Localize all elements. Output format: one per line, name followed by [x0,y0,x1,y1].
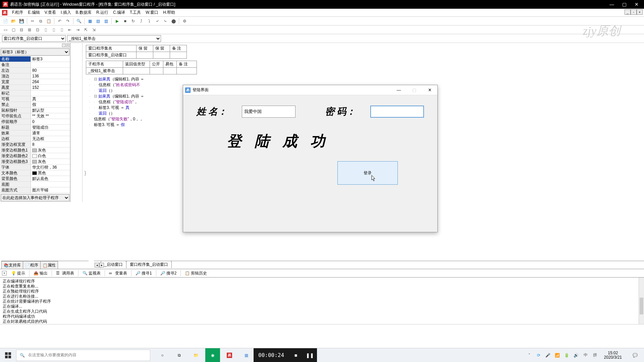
ta-4[interactable]: ⊞ [26,26,33,33]
tb-break[interactable]: ⬤ [170,18,177,24]
tray-volume-icon[interactable]: 🔊 [573,352,579,358]
otab-hint[interactable]: 💡提示 [9,269,28,277]
menu-window[interactable]: W.窗口 [144,9,160,16]
otab-output[interactable]: 📤输出 [31,269,50,277]
ta-1[interactable]: ▭ [2,26,9,33]
taskbar-clock[interactable]: 15:02 2020/3/21 [601,351,625,360]
ta-7[interactable]: ⌷ [50,26,57,33]
mdi-restore[interactable]: ▫ [631,9,637,15]
tray-ime2[interactable]: 拼 [592,352,598,358]
tb-step4[interactable]: ⤶ [154,18,161,24]
recording-stop[interactable]: ■ [289,348,303,362]
tb-run[interactable]: ▶ [114,18,120,24]
ta-11[interactable]: ⇱ [83,26,89,33]
menu-help[interactable]: H.帮助 [161,9,177,16]
start-button[interactable] [0,348,16,362]
tb-find[interactable]: 🔍 [75,18,82,24]
tab-scroll-left[interactable]: ◂ [95,263,99,267]
tb-step1[interactable]: ↻ [130,18,137,24]
side-tab-support[interactable]: 📚支持库 [1,261,23,269]
menu-database[interactable]: B.数据库 [74,9,94,16]
taskbar-search[interactable]: 🔍 在这里输入你要搜索的内容 [16,350,150,361]
tb-undo[interactable]: ↶ [56,18,63,24]
console-scrollbar[interactable] [639,278,644,324]
object-combo[interactable]: 窗口程序集_启动窗口 [2,35,66,42]
menu-program[interactable]: F.程序 [10,9,25,16]
ta-6[interactable]: ⌷ [42,26,49,33]
notification-button[interactable]: 💬 [628,348,642,362]
ta-2[interactable]: ▢ [10,26,17,33]
editor-tab-startwindow[interactable]: _启动窗口 [101,261,126,268]
password-input[interactable] [370,106,424,118]
task-app1[interactable]: ◉ [205,348,220,362]
otab-search2[interactable]: 🔎搜寻2 [158,269,179,277]
menu-run[interactable]: R.运行 [94,9,110,16]
maximize-button[interactable]: ▢ [622,2,627,7]
ta-10[interactable]: ⇥ [74,26,81,33]
ta-12[interactable]: ⇲ [91,26,97,33]
menu-tools[interactable]: T.工具 [128,9,143,16]
task-cortana[interactable]: ○ [155,348,170,362]
dialog-maximize[interactable]: ▢ [407,85,422,95]
tray-wifi-icon[interactable]: 📶 [554,352,560,358]
event-combo[interactable]: _按钮1_被单击 [67,35,161,42]
menu-edit[interactable]: E.编辑 [26,9,42,16]
tb-step3[interactable]: ⤵ [146,18,153,24]
mdi-minimize[interactable]: _ [625,9,631,15]
tb-win3[interactable]: ▥ [103,18,109,24]
event-selector[interactable]: 在此处选择加入事件处理子程序 [1,194,69,201]
tb-redo[interactable]: ↷ [64,18,71,24]
tray-sync-icon[interactable]: ⟳ [536,352,542,358]
tb-win1[interactable]: ▦ [87,18,93,24]
dialog-titlebar[interactable]: 易 登陆界面 — ▢ ✕ [183,85,437,95]
output-close[interactable]: × [2,271,7,276]
tray-ime1[interactable]: 中 [583,352,589,358]
tb-paste[interactable]: 📋 [45,18,52,24]
tb-copy[interactable]: ⧉ [37,18,44,24]
side-tab-properties[interactable]: 📋属性 [40,261,58,269]
tb-cut[interactable]: ✂ [29,18,36,24]
name-input[interactable] [242,106,296,118]
mdi-close[interactable]: × [637,9,643,15]
login-button[interactable]: 登录 [337,161,398,185]
tray-mic-icon[interactable]: 🎤 [545,352,551,358]
tb-stop[interactable]: ■ [122,18,128,24]
ta-9[interactable]: ⇤ [66,26,73,33]
task-explorer[interactable]: 📁 [189,348,203,362]
tb-settings[interactable]: ⚙ [181,18,188,24]
ta-5[interactable]: ⊡ [34,26,41,33]
minimize-button[interactable]: — [609,2,614,7]
task-eyuyan[interactable]: 易 [222,348,237,362]
panel-close[interactable]: × [66,44,69,47]
tab-scroll-right[interactable]: ▸ [99,263,104,267]
object-selector[interactable]: 标签3（标签） [1,48,69,56]
otab-calltable[interactable]: ☰调用表 [54,269,76,277]
otab-vars[interactable]: ∞变量表 [107,269,129,277]
editor-tab-programset[interactable]: 窗口程序集_启动窗口 [126,261,172,268]
tb-step2[interactable]: ⤴ [138,18,145,24]
task-taskview[interactable]: ⧉ [172,348,186,362]
ta-3[interactable]: ⊟ [18,26,25,33]
tray-battery-icon[interactable]: 🔋 [564,352,570,358]
tb-save[interactable]: 💾 [18,18,25,24]
side-tab-program[interactable]: 📄程序 [23,261,41,269]
recording-pause[interactable]: ❚❚ [303,348,317,362]
menu-view[interactable]: V.查看 [43,9,58,16]
tb-new[interactable]: 📄 [2,18,9,24]
tray-up-icon[interactable]: ˄ [526,352,532,358]
otab-search1[interactable]: 🔎搜寻1 [133,269,154,277]
close-button[interactable]: ✕ [635,2,639,7]
console-output[interactable]: 正在编译现行程序正在检查重复名称...正在预处理现行程序正在进行名称连接...正… [0,278,644,324]
ta-8[interactable]: ⌷ [58,26,65,33]
task-app2[interactable]: ▦ [239,348,254,362]
tb-open[interactable]: 📂 [10,18,17,24]
otab-watch[interactable]: 🔍监视表 [80,269,103,277]
dialog-close[interactable]: ✕ [422,85,437,95]
otab-cliphistory[interactable]: 📋剪辑历史 [182,269,209,277]
dialog-minimize[interactable]: — [391,85,407,95]
menu-compile[interactable]: C.编译 [111,9,127,16]
property-grid[interactable]: 名称标签3备注左边80顶边136宽度264高度152标记可视真禁止假鼠标指针默认… [0,56,70,193]
menu-insert[interactable]: I.插入 [59,9,73,16]
tb-win2[interactable]: ▤ [95,18,101,24]
tb-step5[interactable]: ⤷ [162,18,169,24]
